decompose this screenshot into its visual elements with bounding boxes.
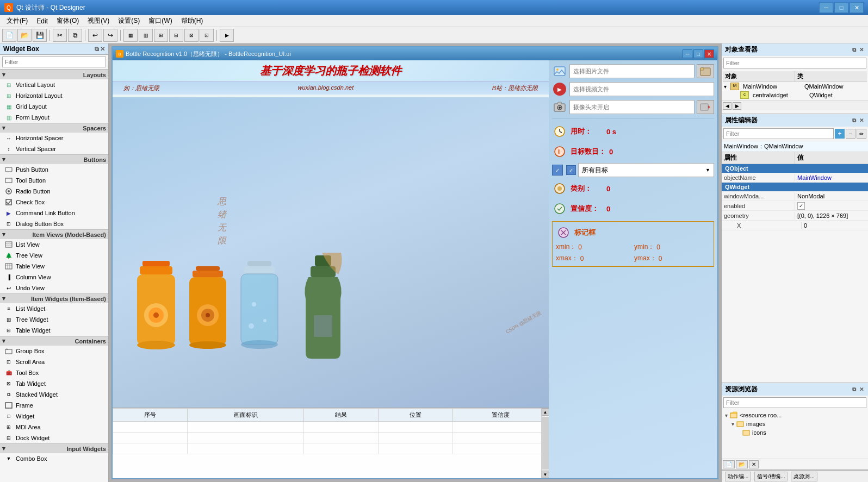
prop-enabled[interactable]: enabled ✓ [722, 201, 868, 211]
widget-list-widget[interactable]: ≡ List Widget [0, 303, 108, 314]
widget-dock-widget[interactable]: ⊟ Dock Widget [0, 433, 108, 443]
toolbar-preview[interactable]: ▶ [220, 29, 234, 42]
oi-float[interactable]: ⧉ [851, 47, 857, 53]
widget-dialog-button-box[interactable]: ⊡ Dialog Button Box [0, 218, 108, 229]
prop-windowmoda[interactable]: windowModa... NonModal [722, 191, 868, 201]
inner-restore-button[interactable]: □ [693, 49, 703, 58]
minimize-button[interactable]: ─ [819, 2, 833, 13]
widget-list-view[interactable]: List View [0, 239, 108, 250]
rb-close[interactable]: ✕ [858, 386, 865, 393]
res-item-root[interactable]: ▾ <resource roo... [723, 411, 867, 420]
enabled-checkbox[interactable]: ✓ [797, 202, 805, 210]
widget-horizontal-layout[interactable]: ⊞ Horizontal Layout [0, 90, 108, 101]
menu-form[interactable]: 窗体(O) [52, 15, 83, 27]
widget-grid-layout[interactable]: ▦ Grid Layout [0, 101, 108, 112]
widget-vertical-layout[interactable]: ⊟ Vertical Layout [0, 79, 108, 90]
resource-browser-button[interactable]: 桌源浏... [791, 472, 817, 481]
widget-command-link-button[interactable]: ▶ Command Link Button [0, 208, 108, 218]
widget-check-box[interactable]: Check Box [0, 197, 108, 208]
pe-float[interactable]: ⧉ [851, 117, 857, 124]
toolbar-layout-h[interactable]: ▦ [123, 29, 138, 42]
pe-filter-input[interactable] [723, 128, 834, 139]
prop-x[interactable]: X 0 [722, 221, 868, 230]
maximize-button[interactable]: □ [834, 2, 848, 13]
camera-action-button[interactable] [697, 100, 714, 114]
widget-push-button[interactable]: Push Button [0, 164, 108, 175]
camera-status-input[interactable] [569, 100, 695, 114]
widget-form-layout[interactable]: ▥ Form Layout [0, 112, 108, 123]
category-buttons[interactable]: Buttons [0, 154, 108, 164]
widget-widget[interactable]: □ Widget [0, 411, 108, 422]
menu-help[interactable]: 帮助(H) [177, 15, 208, 27]
rb-float[interactable]: ⧉ [851, 386, 857, 393]
close-button[interactable]: ✕ [850, 2, 864, 13]
detection-image-area[interactable]: 思绪无限 [113, 97, 549, 408]
menu-file[interactable]: 文件(F) [2, 15, 32, 27]
rb-filter-input[interactable] [723, 397, 866, 408]
oi-close[interactable]: ✕ [858, 47, 865, 53]
pe-edit-button[interactable]: ✏ [857, 129, 866, 139]
inner-minimize-button[interactable]: ─ [683, 49, 692, 58]
widget-mdi-area[interactable]: ⊞ MDI Area [0, 422, 108, 433]
widget-box-close[interactable]: ✕ [100, 46, 105, 53]
pe-add-button[interactable]: + [835, 129, 845, 139]
widget-vertical-spacer[interactable]: ↕ Vertical Spacer [0, 143, 108, 154]
widget-tab-widget[interactable]: ⊠ Tab Widget [0, 378, 108, 389]
widget-scroll-area[interactable]: ⊡ Scroll Area [0, 356, 108, 367]
menu-view[interactable]: 视图(V) [83, 15, 114, 27]
image-file-input[interactable]: 选择图片文件 [569, 64, 695, 78]
category-spacers[interactable]: Spacers [0, 123, 108, 133]
widget-stacked-widget[interactable]: ⧉ Stacked Widget [0, 389, 108, 400]
toolbar-layout-g[interactable]: ⊞ [154, 29, 168, 42]
target-filter-dropdown[interactable]: 所有目标 ▼ [578, 163, 714, 177]
rb-remove-button[interactable]: ✕ [749, 460, 759, 468]
toolbar-save[interactable]: 💾 [33, 29, 47, 42]
category-item-widgets[interactable]: Item Widgets (Item-Based) [0, 293, 108, 303]
widget-radio-button[interactable]: Radio Button [0, 186, 108, 197]
menu-window[interactable]: 窗口(W) [144, 15, 176, 27]
tree-item-centralwidget[interactable]: c centralwidget QWidget [723, 91, 867, 99]
toolbar-break-layout[interactable]: ⊠ [184, 29, 199, 42]
toolbar-copy[interactable]: ⧉ [68, 29, 82, 42]
tree-nav-left[interactable]: ◀ [723, 102, 731, 110]
toolbar-adjust[interactable]: ⊡ [200, 29, 214, 42]
browse-image-button[interactable] [697, 64, 714, 78]
widget-tool-button[interactable]: Tool Button [0, 175, 108, 186]
scroll-thumb[interactable] [542, 417, 549, 470]
widget-tool-box[interactable]: 🧰 Tool Box [0, 367, 108, 378]
pe-minus-button[interactable]: − [846, 129, 855, 139]
widget-filter-input[interactable] [2, 57, 106, 67]
category-containers[interactable]: Containers [0, 336, 108, 346]
inner-close-button[interactable]: ✕ [704, 49, 714, 58]
widget-horizontal-spacer[interactable]: ↔ Horizontal Spacer [0, 133, 108, 143]
res-item-images[interactable]: ▾ images [723, 420, 867, 428]
widget-tree-widget[interactable]: ⊞ Tree Widget [0, 314, 108, 325]
menu-edit[interactable]: Edit [32, 16, 52, 26]
toolbar-layout-v[interactable]: ▥ [139, 29, 153, 42]
table-scrollbar[interactable]: ▲ ▼ [541, 408, 549, 478]
widget-group-box[interactable]: G Group Box [0, 346, 108, 356]
toolbar-redo[interactable]: ↪ [103, 29, 117, 42]
oi-filter-input[interactable] [723, 58, 866, 68]
toolbar-open[interactable]: 📂 [17, 29, 32, 42]
widget-table-view[interactable]: Table View [0, 261, 108, 272]
tree-item-mainwindow[interactable]: ▾ M MainWindow QMainWindow [723, 82, 867, 91]
video-file-input[interactable] [569, 82, 714, 96]
signal-slot-editor-button[interactable]: 信号/槽编... [754, 472, 788, 481]
prop-objectname[interactable]: objectName MainWindow [722, 173, 868, 183]
category-input-widgets[interactable]: Input Widgets [0, 443, 108, 453]
menu-settings[interactable]: 设置(S) [114, 15, 144, 27]
action-editor-button[interactable]: 动作编... [725, 472, 751, 481]
res-item-icons[interactable]: icons [723, 428, 867, 437]
category-item-views[interactable]: Item Views (Model-Based) [0, 229, 108, 239]
category-layouts[interactable]: Layouts [0, 70, 108, 79]
prop-geometry[interactable]: geometry [(0, 0), 1226 × 769] [722, 211, 868, 221]
toolbar-cut[interactable]: ✂ [53, 29, 67, 42]
widget-frame[interactable]: Frame [0, 400, 108, 411]
toolbar-layout-f[interactable]: ⊟ [169, 29, 183, 42]
toolbar-new[interactable]: 📄 [2, 29, 16, 42]
toolbar-undo[interactable]: ↩ [88, 29, 102, 42]
rb-new-button[interactable]: 📄 [723, 460, 735, 468]
rb-open-button[interactable]: 📂 [736, 460, 748, 468]
widget-combo-box[interactable]: ▼ Combo Box [0, 453, 108, 464]
